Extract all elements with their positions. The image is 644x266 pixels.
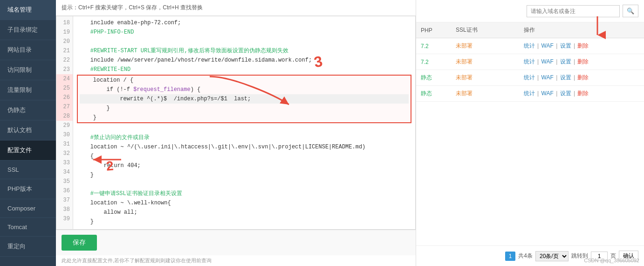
sidebar-item-ssl[interactable]: SSL xyxy=(0,161,56,179)
separator: | xyxy=(556,58,559,65)
search-input[interactable] xyxy=(527,5,620,17)
action-stats[interactable]: 统计 xyxy=(524,42,535,49)
right-panel: 🔍 PHP SSL证书 操作 7.2 未部署 统计 | WAF | xyxy=(416,0,644,266)
cell-php: 静态 xyxy=(416,86,451,102)
separator: | xyxy=(537,58,540,65)
code-content[interactable]: include enable-php-72.conf; #PHP-INFO-EN… xyxy=(73,16,415,229)
main-content: 提示：Ctrl+F 搜索关键字，Ctrl+S 保存，Ctrl+H 查找替换 18… xyxy=(56,0,416,266)
action-stats[interactable]: 统计 xyxy=(524,58,535,65)
cell-empty xyxy=(503,86,519,102)
cell-actions: 统计 | WAF | 设置 | 删除 xyxy=(519,54,644,70)
sidebar-item-domain-mgmt[interactable]: 域名管理 xyxy=(0,0,56,20)
total-count: 共4条 xyxy=(518,252,533,260)
separator: | xyxy=(556,90,559,97)
code-line-34: } xyxy=(77,170,411,180)
code-line-33: return 404; xyxy=(77,161,411,170)
watermark: CSDN @qq_386605092 xyxy=(584,258,639,263)
cell-actions: 统计 | WAF | 设置 | 删除 xyxy=(519,70,644,86)
separator: | xyxy=(574,74,576,81)
code-line-38: allow all; xyxy=(77,208,411,217)
hint-bottom: 此处允许直接配置文件,若你不了解配置规则则建议你在使用前查询 xyxy=(56,255,416,266)
separator: | xyxy=(537,90,540,97)
action-settings[interactable]: 设置 xyxy=(560,74,571,81)
separator: | xyxy=(574,42,576,49)
per-page-select[interactable]: 20条/页 50条/页 xyxy=(535,251,569,261)
cell-ssl: 未部署 xyxy=(451,86,503,102)
separator: | xyxy=(537,42,540,49)
action-waf[interactable]: WAF xyxy=(541,42,554,49)
hint-bar: 提示：Ctrl+F 搜索关键字，Ctrl+S 保存，Ctrl+H 查找替换 xyxy=(56,0,416,16)
separator: | xyxy=(537,74,540,81)
code-line-24: location / { xyxy=(80,76,409,85)
action-delete[interactable]: 删除 xyxy=(577,90,589,97)
line-numbers: 181920 212223 24 25 26 27 28 293031 3233… xyxy=(56,16,73,229)
action-waf[interactable]: WAF xyxy=(541,74,554,81)
code-line-32: { xyxy=(77,152,411,161)
cell-ssl: 未部署 xyxy=(451,38,503,54)
sidebar-item-composer[interactable]: Composer xyxy=(0,199,56,218)
action-delete[interactable]: 删除 xyxy=(577,58,589,65)
action-waf[interactable]: WAF xyxy=(541,90,554,97)
code-line-29 xyxy=(77,124,411,133)
code-line-28: } xyxy=(80,113,409,122)
table-row: 7.2 未部署 统计 | WAF | 设置 | 删除 xyxy=(416,54,644,70)
table-header-php: PHP xyxy=(416,22,451,38)
action-settings[interactable]: 设置 xyxy=(560,42,571,49)
separator: | xyxy=(556,42,559,49)
action-waf[interactable]: WAF xyxy=(541,58,554,65)
highlighted-code-block: location / { if (!-f $request_filename) … xyxy=(77,75,411,123)
sidebar-item-php-version[interactable]: PHP版本 xyxy=(0,179,56,199)
cell-actions: 统计 | WAF | 设置 | 删除 xyxy=(519,38,644,54)
code-line-22: include /www/server/panel/vhost/rewrite/… xyxy=(77,56,411,65)
cell-php: 7.2 xyxy=(416,54,451,70)
right-search-bar: 🔍 xyxy=(416,0,644,22)
save-bar: 保存 xyxy=(56,230,416,255)
sidebar-item-site-dir[interactable]: 网站目录 xyxy=(0,40,56,60)
separator: | xyxy=(574,90,576,97)
table-header-empty xyxy=(503,22,519,38)
code-line-25: if (!-f $request_filename) { xyxy=(80,85,409,94)
code-line-35 xyxy=(77,180,411,189)
table-row: 7.2 未部署 统计 | WAF | 设置 | 删除 xyxy=(416,38,644,54)
action-delete[interactable]: 删除 xyxy=(577,74,589,81)
table-header-actions: 操作 xyxy=(519,22,644,38)
action-stats[interactable]: 统计 xyxy=(524,90,535,97)
search-button[interactable]: 🔍 xyxy=(623,5,638,17)
code-editor[interactable]: 181920 212223 24 25 26 27 28 293031 3233… xyxy=(56,16,416,230)
sites-table: PHP SSL证书 操作 7.2 未部署 统计 | WAF | 设置 | 删除 xyxy=(416,22,644,102)
sidebar-item-access-limit[interactable]: 访问限制 xyxy=(0,60,56,80)
action-stats[interactable]: 统计 xyxy=(524,74,535,81)
code-line-30: #禁止访问的文件或目录 xyxy=(77,133,411,142)
cell-ssl: 未部署 xyxy=(451,70,503,86)
code-line-21: #REWRITE-START URL重写规则引用,修改后将导致面板设置的伪静态规… xyxy=(77,46,411,56)
right-table: PHP SSL证书 操作 7.2 未部署 统计 | WAF | 设置 | 删除 xyxy=(416,22,644,245)
sidebar-item-tomcat[interactable]: Tomcat xyxy=(0,218,56,237)
sidebar-item-subdir-bind[interactable]: 子目录绑定 xyxy=(0,20,56,40)
action-settings[interactable]: 设置 xyxy=(560,90,571,97)
sidebar-item-pseudo-static[interactable]: 伪静态 xyxy=(0,100,56,120)
page-1-button[interactable]: 1 xyxy=(505,252,516,261)
code-line-20 xyxy=(77,37,411,46)
code-line-19: #PHP-INFO-END xyxy=(77,28,411,37)
cell-php: 静态 xyxy=(416,70,451,86)
save-button[interactable]: 保存 xyxy=(62,235,97,251)
sidebar-item-default-doc[interactable]: 默认文档 xyxy=(0,120,56,140)
cell-empty xyxy=(503,70,519,86)
code-line-27: } xyxy=(80,104,409,113)
cell-ssl: 未部署 xyxy=(451,54,503,70)
action-settings[interactable]: 设置 xyxy=(560,58,571,65)
code-line-37: location ~ \.well-known{ xyxy=(77,198,411,208)
action-delete[interactable]: 删除 xyxy=(577,42,589,49)
editor-area: 181920 212223 24 25 26 27 28 293031 3233… xyxy=(56,16,416,230)
sidebar-item-config-file[interactable]: 配置文件 xyxy=(0,140,56,161)
code-line-36: #一键申请SSL证书验证目录相关设置 xyxy=(77,189,411,198)
code-line-39: } xyxy=(77,217,411,226)
cell-actions: 统计 | WAF | 设置 | 删除 xyxy=(519,86,644,102)
separator: | xyxy=(574,58,576,65)
sidebar-item-redirect[interactable]: 重定向 xyxy=(0,237,56,257)
cell-empty xyxy=(503,54,519,70)
sidebar-item-traffic-limit[interactable]: 流量限制 xyxy=(0,80,56,100)
code-line-26: rewrite ^(.*)$ /index.php?s=/$1 last; xyxy=(80,94,409,104)
code-line-31: location ~ ^/(\.user.ini|\.htaccess|\.gi… xyxy=(77,142,411,152)
code-line-18: include enable-php-72.conf; xyxy=(77,18,411,28)
